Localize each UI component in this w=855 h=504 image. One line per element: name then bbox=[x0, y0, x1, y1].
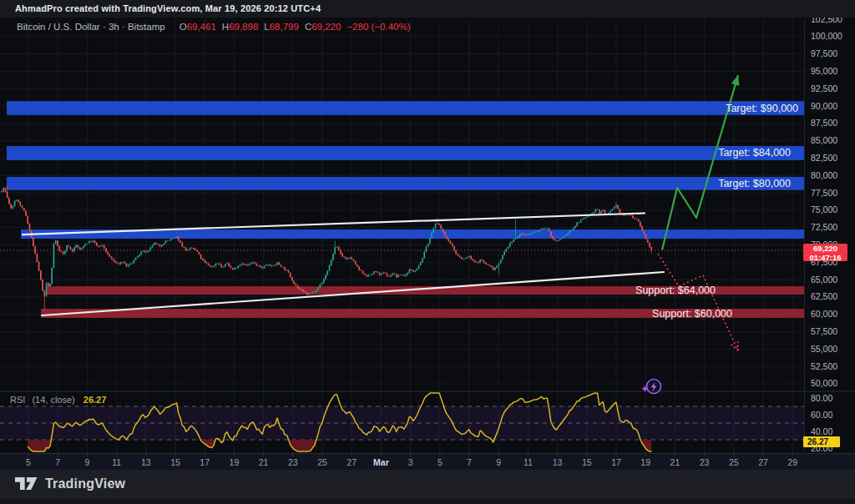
price-tick-label: 95,000 bbox=[811, 66, 837, 76]
price-tick-label: 87,500 bbox=[811, 118, 837, 128]
time-tick-label: 13 bbox=[141, 457, 151, 467]
rsi-tick-label: 60.00 bbox=[811, 410, 832, 420]
rsi-current-value: 26.27 bbox=[83, 395, 107, 405]
window-bottom-edge bbox=[0, 499, 855, 504]
time-tick-label: 11 bbox=[524, 457, 533, 467]
price-tick-label: 62,500 bbox=[811, 291, 837, 301]
ohlc-values: O69,461H69,898L68,799C69,220−280 (−0.40%… bbox=[174, 22, 411, 32]
time-tick-label: 13 bbox=[553, 457, 563, 467]
time-tick-label: 21 bbox=[259, 457, 269, 467]
time-tick-label: Mar bbox=[373, 457, 389, 467]
price-tick-label: 72,500 bbox=[811, 222, 837, 232]
time-tick-label: 19 bbox=[640, 457, 650, 467]
time-axis-labels[interactable]: 579111315171921232527Mar3579111315171921… bbox=[26, 453, 797, 467]
time-tick-label: 9 bbox=[496, 457, 501, 467]
price-tick-label: 75,000 bbox=[811, 204, 837, 214]
tradingview-logo-text: TradingView bbox=[45, 476, 125, 491]
time-tick-label: 29 bbox=[787, 457, 797, 467]
attribution-text: AhmadPro created with TradingView.com, M… bbox=[15, 3, 321, 13]
target-band bbox=[7, 146, 804, 160]
bearish-projection-line[interactable] bbox=[658, 254, 738, 350]
price-tick-label: 57,500 bbox=[811, 326, 837, 336]
price-tick-label: 85,000 bbox=[811, 135, 837, 145]
price-tick-label: 97,500 bbox=[811, 48, 837, 58]
target-band bbox=[7, 101, 804, 115]
price-tick-label: 50,000 bbox=[811, 378, 837, 388]
time-tick-label: 19 bbox=[230, 457, 240, 467]
target-band bbox=[7, 177, 804, 190]
current-price-value: 69,220 bbox=[803, 244, 847, 254]
price-tick-label: 55,000 bbox=[811, 344, 837, 354]
time-tick-label: 27 bbox=[347, 457, 357, 467]
time-tick-label: 7 bbox=[55, 457, 60, 467]
close-value: 69,220 bbox=[311, 22, 341, 32]
time-tick-label: 5 bbox=[438, 457, 443, 467]
rsi-legend[interactable]: RSI (14, close) 26.27 bbox=[10, 395, 106, 405]
target-90000-label: Target: $90,000 bbox=[726, 103, 798, 114]
time-tick-label: 15 bbox=[170, 457, 180, 467]
tradingview-logo[interactable]: TradingView bbox=[15, 476, 125, 491]
open-value: 69,461 bbox=[187, 22, 216, 32]
support-64000-label: Support: $64,000 bbox=[635, 285, 716, 296]
price-tick-label: 77,500 bbox=[811, 188, 837, 198]
price-tick-label: 100,000 bbox=[811, 31, 842, 41]
time-tick-label: 15 bbox=[582, 457, 592, 467]
low-value: 68,799 bbox=[270, 22, 299, 32]
time-tick-label: 3 bbox=[408, 457, 413, 467]
footer-bar: TradingView bbox=[0, 470, 855, 504]
current-price-label: 69,220 01:47:16 bbox=[803, 244, 847, 261]
tradingview-logo-icon bbox=[15, 476, 38, 491]
rsi-tick-label: 80.00 bbox=[811, 393, 832, 403]
time-tick-label: 21 bbox=[670, 457, 680, 467]
attribution-bar: AhmadPro created with TradingView.com, M… bbox=[0, 0, 855, 18]
rsi-params: (14, close) bbox=[32, 395, 74, 405]
price-tick-label: 82,500 bbox=[811, 153, 837, 163]
time-tick-label: 27 bbox=[758, 457, 768, 467]
high-value: 69,898 bbox=[229, 22, 258, 32]
time-tick-label: 23 bbox=[288, 457, 298, 467]
symbol-legend[interactable]: Bitcoin / U.S. Dollar · 3h · BitstampO69… bbox=[17, 22, 411, 32]
symbol-title[interactable]: Bitcoin / U.S. Dollar · 3h · Bitstamp bbox=[17, 22, 165, 32]
time-tick-label: 17 bbox=[611, 457, 621, 467]
price-tick-label: 92,500 bbox=[811, 83, 837, 93]
time-tick-label: 5 bbox=[26, 457, 31, 467]
bearish-arrowhead bbox=[731, 345, 738, 350]
support-60000-label: Support: $60,000 bbox=[652, 308, 732, 320]
tradingview-published-chart: AhmadPro created with TradingView.com, M… bbox=[0, 0, 855, 504]
close-label: C bbox=[305, 22, 311, 32]
price-axis[interactable]: 102,500100,00097,50095,00092,50090,00087… bbox=[811, 14, 842, 453]
price-tick-label: 60,000 bbox=[811, 309, 837, 319]
target-84000-label: Target: $84,000 bbox=[718, 147, 791, 159]
time-tick-label: 7 bbox=[467, 457, 472, 467]
price-tick-label: 80,000 bbox=[811, 170, 837, 180]
bullish-arrowhead bbox=[731, 75, 740, 86]
rsi-tick-label: 40.00 bbox=[811, 426, 832, 436]
time-tick-label: 25 bbox=[317, 457, 327, 467]
change-value: −280 (−0.40%) bbox=[347, 22, 410, 32]
open-label: O bbox=[180, 22, 187, 32]
target-80000-label: Target: $80,000 bbox=[718, 178, 791, 189]
price-tick-label: 65,000 bbox=[811, 275, 837, 285]
price-tick-label: 52,500 bbox=[811, 361, 837, 371]
high-label: H bbox=[222, 22, 229, 32]
time-tick-label: 17 bbox=[200, 457, 210, 467]
time-tick-label: 11 bbox=[112, 457, 121, 467]
price-chart[interactable]: 102,500100,00097,50095,00092,50090,00087… bbox=[0, 0, 855, 504]
time-tick-label: 9 bbox=[84, 457, 89, 467]
rsi-axis-label: 26.27 bbox=[803, 436, 840, 447]
time-tick-label: 25 bbox=[729, 457, 739, 467]
price-tick-label: 90,000 bbox=[811, 101, 837, 111]
rsi-title: RSI bbox=[10, 395, 25, 405]
bar-countdown: 01:47:16 bbox=[803, 254, 847, 263]
time-tick-label: 23 bbox=[700, 457, 710, 467]
